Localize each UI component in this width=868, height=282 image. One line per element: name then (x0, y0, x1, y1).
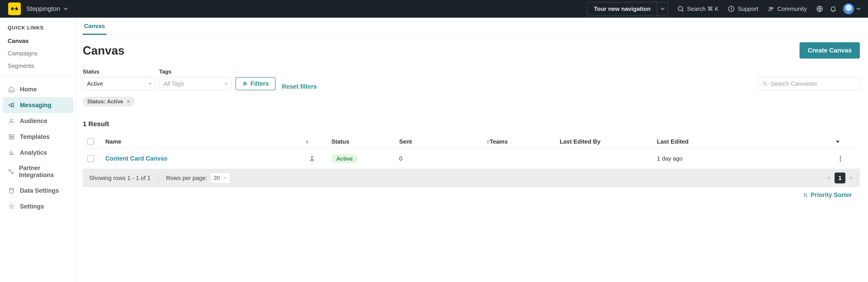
page-title: Canvas (83, 44, 125, 57)
row-actions-menu[interactable] (839, 156, 855, 162)
pagination-bar: Showing rows 1 - 1 of 1 Rows per page: 2… (83, 169, 860, 187)
notifications-button[interactable] (830, 5, 837, 12)
brand-logo (8, 2, 21, 15)
analytics-icon (8, 149, 16, 156)
canvas-table: Name Status Sent (83, 135, 860, 187)
reset-filters-link[interactable]: Reset filters (282, 83, 317, 90)
row-checkbox[interactable] (87, 155, 94, 162)
data-settings-icon (8, 187, 16, 194)
svg-point-27 (840, 156, 841, 157)
filters-button-label: Filters (250, 80, 269, 87)
filters-button[interactable]: Filters (236, 77, 276, 90)
nav-partner-integrations[interactable]: Partner Integrations (3, 161, 73, 183)
tour-navigation-button[interactable]: Tour new navigation (587, 2, 668, 16)
svg-rect-1 (12, 7, 13, 11)
svg-point-17 (9, 188, 13, 190)
page-prev[interactable] (827, 176, 831, 180)
nav-label: Messaging (20, 102, 52, 109)
table-header: Name Status Sent (83, 135, 860, 149)
tour-navigation-label[interactable]: Tour new navigation (587, 2, 657, 15)
chevron-down-icon (145, 77, 155, 90)
svg-point-28 (840, 158, 841, 159)
col-last-edited[interactable]: Last Edited (657, 138, 839, 145)
rows-per-page-select[interactable]: 20 (211, 173, 230, 183)
nav-analytics[interactable]: Analytics (3, 145, 73, 161)
community-icon (767, 5, 775, 12)
rows-per-page-label: Rows per page: (166, 175, 207, 182)
sort-updown-icon (803, 193, 808, 198)
quick-link-segments[interactable]: Segments (0, 60, 76, 72)
nav-messaging[interactable]: Messaging (3, 97, 73, 113)
svg-rect-14 (12, 137, 14, 139)
templates-icon (8, 133, 16, 140)
workspace-name: Steppington (26, 5, 60, 12)
svg-rect-0 (11, 8, 12, 10)
audience-icon (8, 117, 16, 125)
tour-navigation-dropdown[interactable] (657, 2, 668, 15)
col-last-edited-label: Last Edited (657, 138, 688, 145)
chevron-right-icon (849, 176, 854, 180)
quick-links-heading: QUICK LINKS (0, 25, 76, 35)
community-link[interactable]: Community (767, 5, 807, 12)
filter-chip-remove[interactable] (126, 99, 130, 103)
svg-rect-2 (13, 9, 16, 9)
col-last-edited-by: Last Edited By (560, 138, 657, 145)
status-filter-select[interactable]: Active (83, 77, 155, 90)
tags-filter-select[interactable]: All Tags (159, 77, 231, 90)
nav-settings[interactable]: Settings (3, 198, 73, 214)
priority-sorter-link[interactable]: Priority Sorter (803, 192, 852, 198)
quick-link-canvas[interactable]: Canvas (0, 35, 76, 47)
nav-templates[interactable]: Templates (3, 129, 73, 145)
sidebar: QUICK LINKS Canvas Campaigns Segments Ho… (0, 18, 76, 282)
create-canvas-button[interactable]: Create Canvas (800, 42, 860, 59)
nav-data-settings[interactable]: Data Settings (3, 183, 73, 198)
language-button[interactable] (816, 5, 823, 12)
dumbbell-icon (10, 5, 19, 13)
home-icon (8, 86, 16, 93)
quick-link-campaigns[interactable]: Campaigns (0, 47, 76, 60)
select-all-checkbox[interactable] (87, 138, 94, 145)
search-icon (677, 5, 684, 12)
col-name[interactable]: Name (105, 138, 309, 145)
filter-chip-label: Status: Active (87, 98, 123, 105)
svg-line-6 (682, 10, 683, 11)
chevron-left-icon (827, 176, 831, 180)
svg-point-11 (10, 119, 13, 121)
integrations-icon (8, 168, 14, 176)
megaphone-icon (8, 101, 16, 109)
flow-icon (309, 156, 315, 162)
sort-down-icon (836, 140, 839, 143)
canvas-name-link[interactable]: Content Card Canvas (105, 155, 167, 162)
nav-label: Analytics (20, 149, 47, 156)
nav-home[interactable]: Home (3, 82, 73, 97)
search-button: Search ⌘ K (677, 5, 719, 12)
account-menu[interactable] (843, 3, 862, 14)
chevron-down-icon (63, 6, 69, 12)
filter-chip-status-active: Status: Active (83, 97, 135, 106)
nav-audience[interactable]: Audience (3, 113, 73, 129)
row-sent-value: 0 (399, 155, 490, 162)
search-canvases-box[interactable] (758, 77, 860, 90)
gear-icon (8, 202, 16, 210)
workspace-switcher[interactable]: Steppington (26, 5, 69, 12)
page-next[interactable] (849, 176, 854, 180)
col-sent[interactable]: Sent (399, 138, 490, 145)
bell-icon (830, 5, 837, 12)
col-sent-label: Sent (399, 138, 412, 145)
svg-rect-4 (17, 8, 18, 10)
support-icon (727, 5, 735, 12)
main: Canvas Canvas Create Canvas Status Activ… (76, 18, 868, 282)
page-number[interactable]: 1 (835, 173, 845, 183)
sort-icon (487, 139, 490, 144)
support-link[interactable]: Support (727, 5, 758, 12)
nav-label: Templates (20, 133, 50, 140)
col-name-label: Name (105, 138, 121, 145)
result-count: 1 Result (83, 120, 860, 128)
search-canvases-input[interactable] (771, 80, 856, 87)
tab-canvas[interactable]: Canvas (83, 18, 106, 35)
svg-point-24 (311, 156, 313, 157)
kebab-icon (839, 156, 841, 162)
tabs: Canvas (76, 18, 868, 35)
sidebar-divider (0, 76, 76, 76)
status-badge: Active (331, 154, 358, 163)
